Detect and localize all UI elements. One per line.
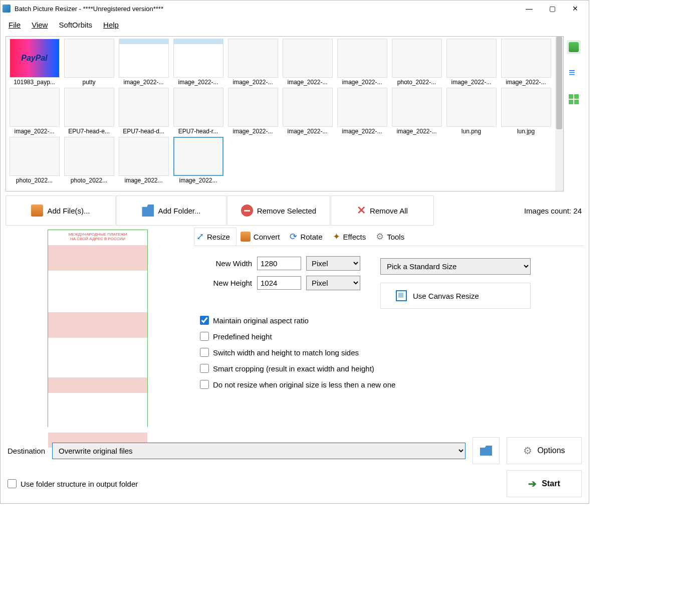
new-height-input[interactable] [257, 276, 301, 290]
remove-selected-button[interactable]: Remove Selected [227, 195, 330, 226]
thumbnail-item[interactable]: EPU7-head-e... [63, 88, 115, 135]
thumbnail-item[interactable]: EPU7-head-r... [172, 88, 224, 135]
view-list-button[interactable] [567, 66, 581, 80]
options-button[interactable]: ⚙Options [507, 437, 582, 464]
thumbnail-item[interactable]: image_2022-... [281, 39, 334, 86]
thumbnail-label: photo_2022... [8, 177, 61, 184]
no-resize-checkbox[interactable] [200, 380, 209, 389]
thumbnail-item[interactable]: image_2022-... [336, 39, 388, 86]
tab-resize[interactable]: ⤢Resize [194, 228, 237, 246]
view-grid-button[interactable] [567, 92, 581, 106]
thumbnail-item[interactable]: photo_2022... [8, 137, 61, 184]
thumbnail-item[interactable]: image_2022... [117, 137, 170, 184]
thumbnail-label: image_2022-... [172, 79, 224, 86]
thumbnail-label: putty [63, 79, 115, 86]
new-width-input[interactable] [257, 257, 301, 270]
canvas-resize-button[interactable]: Use Canvas Resize [380, 283, 531, 309]
thumbnail-item[interactable]: EPU7-head-d... [117, 88, 170, 135]
tab-tools[interactable]: ⚙Tools [374, 228, 410, 246]
thumbnail-item[interactable]: image_2022-... [8, 88, 61, 135]
thumbnail-item[interactable]: image_2022... [172, 137, 224, 184]
smart-cropping-checkbox[interactable] [200, 364, 209, 373]
destination-select[interactable]: Overwrite original files [52, 443, 465, 459]
thumbnail-label: image_2022-... [281, 79, 334, 86]
thumbnail-label: EPU7-head-r... [172, 128, 224, 135]
switch-wh-checkbox[interactable] [200, 348, 209, 357]
new-height-label: New Height [200, 279, 252, 287]
thumbnail-label: image_2022-... [226, 128, 279, 135]
menu-softorbits[interactable]: SoftOrbits [54, 18, 97, 32]
thumbnail-item[interactable]: image_2022-... [445, 39, 498, 86]
thumbnail-item[interactable]: image_2022-... [500, 39, 552, 86]
menu-help[interactable]: Help [98, 18, 124, 32]
menu-view[interactable]: View [27, 18, 53, 32]
thumbnail-label: image_2022-... [390, 128, 443, 135]
maximize-button[interactable]: ▢ [541, 1, 564, 17]
height-unit-select[interactable]: Pixel [306, 276, 360, 290]
thumbnail-label: image_2022-... [281, 128, 334, 135]
thumbnail-label: lun.jpg [500, 128, 552, 135]
thumbnail-item[interactable]: photo_2022-... [390, 39, 443, 86]
thumbnail-item[interactable]: lun.jpg [500, 88, 552, 135]
width-unit-select[interactable]: Pixel [306, 256, 360, 271]
minimize-button[interactable]: — [518, 1, 541, 17]
predefined-height-checkbox[interactable] [200, 332, 209, 341]
aspect-ratio-checkbox[interactable] [200, 316, 209, 325]
new-width-label: New Width [200, 259, 252, 268]
thumbnail-label: EPU7-head-d... [117, 128, 170, 135]
thumbnail-item[interactable]: image_2022-... [226, 39, 279, 86]
thumbnail-label: image_2022-... [226, 79, 279, 86]
tab-effects[interactable]: ✦Effects [331, 228, 372, 246]
thumbnail-label: image_2022-... [500, 79, 552, 86]
thumbnail-item[interactable]: PayPal101983_payp... [8, 39, 61, 86]
menu-file[interactable]: File [4, 18, 26, 32]
gallery-scrollbar[interactable] [555, 37, 563, 191]
add-folder-button[interactable]: Add Folder... [116, 195, 226, 226]
thumbnail-label: image_2022-... [445, 79, 498, 86]
images-count: Images count: 24 [524, 207, 582, 215]
thumbnail-label: 101983_payp... [8, 79, 61, 86]
thumbnail-label: lun.png [445, 128, 498, 135]
thumbnail-label: image_2022... [172, 177, 224, 184]
thumbnail-item[interactable]: image_2022-... [336, 88, 388, 135]
thumbnail-label: photo_2022-... [390, 79, 443, 86]
app-icon [3, 5, 11, 13]
thumbnail-label: image_2022-... [336, 128, 388, 135]
thumbnail-gallery[interactable]: PayPal101983_payp...puttyimage_2022-...i… [6, 36, 564, 191]
thumbnail-item[interactable]: image_2022-... [226, 88, 279, 135]
remove-all-button[interactable]: ✕Remove All [331, 195, 434, 226]
thumbnail-item[interactable]: putty [63, 39, 115, 86]
thumbnail-item[interactable]: photo_2022... [63, 137, 115, 184]
tab-rotate[interactable]: ⟳Rotate [288, 228, 328, 246]
browse-folder-button[interactable] [473, 437, 500, 464]
thumbnail-label: image_2022-... [117, 79, 170, 86]
thumbnail-item[interactable]: lun.png [445, 88, 498, 135]
close-button[interactable]: ✕ [564, 1, 587, 17]
thumbnail-item[interactable]: image_2022-... [390, 88, 443, 135]
thumbnail-item[interactable]: image_2022-... [172, 39, 224, 86]
thumbnail-label: image_2022-... [8, 128, 61, 135]
add-files-button[interactable]: Add File(s)... [6, 195, 116, 226]
thumbnail-item[interactable]: image_2022-... [117, 39, 170, 86]
use-folder-structure-checkbox[interactable] [8, 479, 17, 488]
destination-label: Destination [8, 447, 45, 455]
tab-convert[interactable]: Convert [239, 228, 286, 246]
standard-size-select[interactable]: Pick a Standard Size [380, 258, 531, 275]
preview-pane: МЕЖДУНАРОДНЫЕ ПЛАТЕЖИНА СВОЙ АДРЕС В РОС… [6, 228, 190, 433]
view-thumbnails-button[interactable] [567, 40, 581, 54]
thumbnail-label: photo_2022... [63, 177, 115, 184]
thumbnail-label: image_2022... [117, 177, 170, 184]
thumbnail-label: image_2022-... [336, 79, 388, 86]
thumbnail-label: EPU7-head-e... [63, 128, 115, 135]
window-title: Batch Picture Resizer - ****Unregistered… [15, 5, 518, 13]
thumbnail-item[interactable]: image_2022-... [281, 88, 334, 135]
start-button[interactable]: ➔Start [507, 470, 582, 497]
